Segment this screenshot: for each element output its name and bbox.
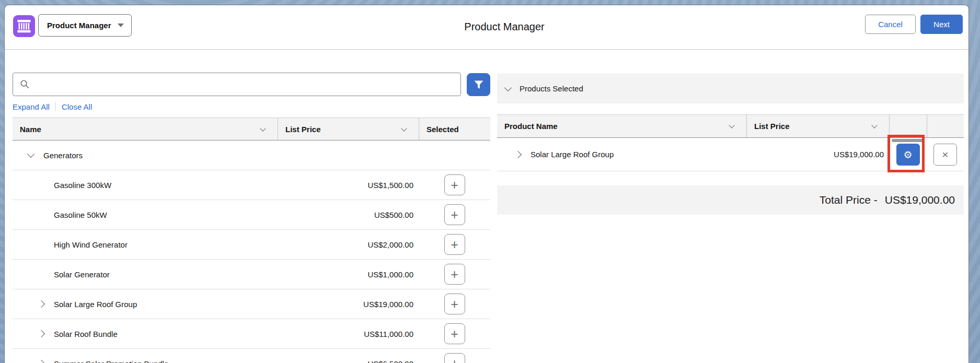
products-selected-title: Products Selected (520, 84, 583, 93)
add-product-button[interactable]: + (444, 234, 465, 255)
product-name-cell: Solar Large Roof Group (54, 300, 137, 309)
next-button[interactable]: Next (920, 15, 963, 34)
table-row[interactable]: Gasoline 50kW US$500.00 + (13, 200, 490, 230)
product-name-cell: Generators (43, 151, 83, 160)
chevron-down-icon[interactable] (871, 122, 877, 128)
chevron-down-icon[interactable] (729, 122, 734, 128)
list-price-cell: US$2,000.00 (278, 240, 419, 249)
table-row[interactable]: Solar Generator US$1,000.00 + (13, 260, 490, 289)
total-price-label: Total Price - (820, 194, 878, 206)
column-header-product-name[interactable]: Product Name (497, 115, 746, 137)
add-product-button[interactable]: + (444, 294, 465, 314)
modal-header: Product Manager Product Manager Cancel N… (5, 5, 969, 50)
configure-product-button[interactable]: ⚙ (896, 144, 920, 166)
cancel-button[interactable]: Cancel (865, 15, 916, 34)
column-header-selected: Selected (419, 118, 490, 140)
product-catalog-table: Name List Price Selected Generators + Ga… (13, 118, 490, 363)
product-search-box[interactable] (13, 73, 461, 96)
plus-icon: + (451, 178, 458, 192)
selected-table-header: Product Name List Price (497, 114, 964, 138)
selected-products-table: Product Name List Price Solar Large Roof… (497, 114, 964, 171)
column-header-remove (927, 115, 964, 137)
filter-button[interactable] (467, 73, 490, 96)
chevron-right-icon[interactable] (514, 150, 522, 158)
chevron-icon[interactable] (38, 330, 45, 337)
expand-all-link[interactable]: Expand All (13, 102, 50, 111)
list-price-cell: US$1,000.00 (278, 270, 419, 279)
add-product-button[interactable]: + (444, 174, 465, 195)
chevron-down-icon (118, 24, 124, 27)
table-row[interactable]: Solar Large Roof Group US$19,000.00 + (13, 289, 490, 319)
table-row[interactable]: Generators + (13, 140, 490, 170)
catalog-table-header: Name List Price Selected (13, 118, 490, 140)
search-input[interactable] (35, 73, 460, 96)
table-row[interactable]: Solar Roof Bundle US$11,000.00 + (13, 319, 490, 349)
product-manager-modal: Product Manager Product Manager Cancel N… (4, 5, 969, 363)
list-price-cell: US$19,000.00 (746, 150, 889, 159)
list-price-cell: US$6,500.00 (278, 359, 419, 363)
remove-product-button[interactable]: × (933, 144, 957, 166)
plus-icon: + (451, 267, 458, 282)
page-title: Product Manager (464, 21, 544, 33)
app-selector-button[interactable]: Product Manager (38, 14, 132, 37)
search-icon (20, 79, 30, 89)
close-all-link[interactable]: Close All (62, 102, 92, 111)
tree-controls: Expand All Close All (13, 102, 92, 111)
table-row[interactable]: Gasoline 300kW US$1,500.00 + (13, 170, 490, 200)
products-selected-header[interactable]: Products Selected (497, 74, 964, 103)
link-divider (55, 102, 56, 111)
column-header-list-price[interactable]: List Price (278, 118, 419, 140)
chevron-down-icon[interactable] (260, 125, 266, 131)
product-name-cell: Summer Solar Promotion Bundle (54, 359, 168, 363)
column-header-list-price[interactable]: List Price (746, 115, 889, 137)
table-row[interactable]: Summer Solar Promotion Bundle US$6,500.0… (13, 349, 490, 363)
table-row[interactable]: High Wind Generator US$2,000.00 + (13, 230, 490, 260)
product-name-cell: Gasoline 50kW (54, 210, 107, 219)
product-name-cell: Gasoline 300kW (54, 181, 111, 190)
chevron-icon[interactable] (38, 360, 45, 363)
plus-icon: + (451, 237, 458, 252)
total-price-value: US$19,000.00 (885, 194, 955, 206)
product-name-cell: Solar Large Roof Group (531, 150, 614, 159)
plus-icon: + (451, 326, 458, 341)
list-price-cell: US$11,000.00 (278, 330, 419, 338)
total-price-bar: Total Price - US$19,000.00 (497, 185, 964, 215)
selected-product-row[interactable]: Solar Large Roof Group US$19,000.00 ⚙ × (497, 138, 964, 171)
gear-icon: ⚙ (903, 149, 912, 160)
product-name-cell: Solar Roof Bundle (54, 330, 118, 338)
chevron-down-icon (504, 84, 512, 91)
product-name-cell: Solar Generator (54, 270, 110, 279)
chevron-down-icon[interactable] (401, 125, 407, 131)
plus-icon: + (451, 356, 458, 363)
list-price-cell: US$500.00 (278, 210, 419, 219)
chevron-icon[interactable] (27, 150, 34, 158)
close-icon: × (942, 148, 948, 160)
product-grid-icon (13, 15, 35, 37)
column-header-actions (889, 115, 927, 137)
add-product-button[interactable]: + (444, 323, 465, 344)
add-product-button[interactable]: + (444, 204, 465, 225)
app-selector-label: Product Manager (47, 21, 111, 30)
filter-icon (474, 80, 484, 90)
product-name-cell: High Wind Generator (54, 240, 128, 249)
add-product-button[interactable]: + (444, 264, 465, 285)
plus-icon: + (451, 207, 458, 222)
column-header-name[interactable]: Name (13, 118, 278, 140)
chevron-icon[interactable] (38, 300, 45, 308)
plus-icon: + (451, 297, 458, 311)
list-price-cell: US$1,500.00 (278, 181, 419, 190)
add-product-button[interactable]: + (444, 353, 465, 363)
product-tree-body: Generators + Gasoline 300kW US$1,500.00 … (13, 140, 490, 363)
list-price-cell: US$19,000.00 (278, 300, 419, 309)
horizontal-scrollbar-thumb[interactable] (892, 139, 924, 142)
